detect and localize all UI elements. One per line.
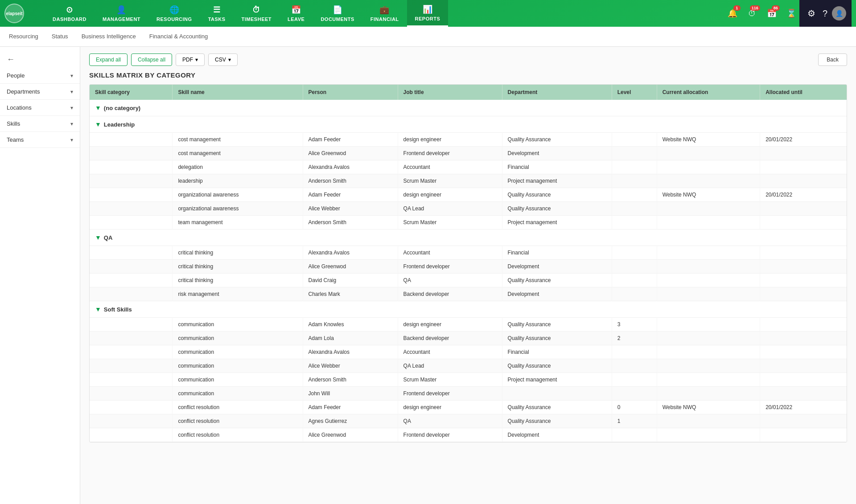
cell-department: Quality Assurance — [502, 274, 612, 287]
nav-documents[interactable]: 📄 DOCUMENTS — [313, 0, 362, 27]
notifications-bell[interactable]: 🔔 1 — [724, 5, 741, 21]
cell-person: Adam Feeder — [303, 133, 398, 147]
nav-reports[interactable]: 📊 REPORTS — [407, 0, 449, 27]
cell-skill-name: cost management — [173, 147, 303, 160]
cell-skill-category — [90, 332, 173, 345]
collapse-icon[interactable]: ▼ — [95, 121, 101, 128]
csv-button[interactable]: CSV ▾ — [208, 53, 238, 66]
cell-skill-category — [90, 216, 173, 229]
cell-current-allocation — [657, 246, 760, 260]
cell-job-title: Frontend developer — [398, 428, 502, 442]
cell-skill-category — [90, 246, 173, 260]
nav-right-icons: 🔔 1 ⏱ 116 📅 86 ⌛ — [724, 5, 799, 21]
cell-department: Project management — [502, 216, 612, 229]
expand-all-button[interactable]: Expand all — [89, 53, 128, 66]
cell-level — [612, 345, 657, 359]
cell-allocated-until — [760, 287, 847, 301]
cell-level — [612, 428, 657, 442]
subnav-resourcing[interactable]: Resourcing — [9, 27, 38, 47]
nav-financial[interactable]: 💼 FINANCIAL — [362, 0, 407, 27]
cell-level — [612, 274, 657, 287]
nav-timesheet[interactable]: ⏱ TIMESHEET — [234, 0, 280, 27]
sidebar-item-teams[interactable]: Teams ▾ — [0, 132, 80, 148]
cell-level — [612, 216, 657, 229]
nav-dashboard[interactable]: ⊙ DASHBOARD — [45, 0, 95, 27]
cell-skill-name: communication — [173, 359, 303, 373]
sidebar-item-locations[interactable]: Locations ▾ — [0, 100, 80, 116]
cell-department: Quality Assurance — [502, 202, 612, 216]
back-button[interactable]: Back — [818, 53, 847, 66]
help-icon[interactable]: ? — [820, 6, 830, 21]
timer-badge-item[interactable]: ⏱ 116 — [744, 5, 760, 21]
cell-person: Adam Lola — [303, 332, 398, 345]
cell-current-allocation — [657, 387, 760, 401]
col-allocated-until: Allocated until — [760, 85, 847, 100]
logo-area[interactable]: elapseit — [4, 4, 40, 23]
resourcing-icon: 🌐 — [169, 5, 180, 15]
gear-icon[interactable]: ⚙ — [805, 5, 818, 21]
cell-department: Project management — [502, 373, 612, 387]
cell-level — [612, 133, 657, 147]
cell-person: Alexandra Avalos — [303, 345, 398, 359]
cell-skill-name: critical thinking — [173, 246, 303, 260]
table-row: organizational awareness Alice Webber QA… — [90, 202, 847, 216]
cell-department: Development — [502, 147, 612, 160]
cell-job-title: design engineer — [398, 133, 502, 147]
cell-skill-category — [90, 287, 173, 301]
collapse-icon[interactable]: ▼ — [95, 306, 101, 313]
cell-department: Quality Assurance — [502, 359, 612, 373]
sidebar-item-departments[interactable]: Departments ▾ — [0, 84, 80, 100]
cell-level: 2 — [612, 332, 657, 345]
pdf-button[interactable]: PDF ▾ — [176, 53, 205, 66]
sidebar-item-people[interactable]: People ▾ — [0, 68, 80, 84]
skills-matrix-table: Skill category Skill name Person Job tit… — [89, 84, 847, 443]
cell-current-allocation — [657, 202, 760, 216]
back-arrow[interactable]: ← — [0, 51, 80, 68]
cell-skill-name: leadership — [173, 174, 303, 188]
cell-current-allocation — [657, 216, 760, 229]
cell-allocated-until — [760, 174, 847, 188]
cell-department: Financial — [502, 160, 612, 174]
nav-management[interactable]: 👤 MANAGEMENT — [95, 0, 148, 27]
nav-tasks[interactable]: ☰ TASKS — [200, 0, 234, 27]
cell-allocated-until — [760, 332, 847, 345]
collapse-all-button[interactable]: Collapse all — [131, 53, 172, 66]
collapse-icon[interactable]: ▼ — [95, 234, 101, 241]
cell-current-allocation — [657, 287, 760, 301]
cell-job-title: Backend developer — [398, 287, 502, 301]
cell-department: Project management — [502, 174, 612, 188]
table-row: critical thinking David Craig QA Quality… — [90, 274, 847, 287]
hourglass-item[interactable]: ⌛ — [783, 5, 799, 21]
user-avatar[interactable]: 👤 — [832, 6, 846, 20]
subnav-financial-accounting[interactable]: Financial & Accounting — [149, 27, 208, 47]
calendar-badge-item[interactable]: 📅 86 — [764, 5, 780, 21]
cell-department: Financial — [502, 345, 612, 359]
cell-skill-name: cost management — [173, 133, 303, 147]
calendar-badge: 86 — [772, 5, 780, 11]
cell-department: Quality Assurance — [502, 401, 612, 414]
cell-skill-name: risk management — [173, 287, 303, 301]
cell-current-allocation — [657, 359, 760, 373]
cell-skill-category — [90, 133, 173, 147]
main-layout: ← People ▾ Departments ▾ Locations ▾ Ski… — [0, 47, 856, 504]
col-skill-category: Skill category — [90, 85, 173, 100]
nav-leave[interactable]: 📅 LEAVE — [280, 0, 313, 27]
financial-icon: 💼 — [379, 5, 390, 15]
table-row: organizational awareness Adam Feeder des… — [90, 188, 847, 202]
subnav-business-intelligence[interactable]: Business Intelligence — [82, 27, 136, 47]
cell-job-title: design engineer — [398, 188, 502, 202]
table-row: communication John Will Frontend develop… — [90, 387, 847, 401]
hourglass-icon: ⌛ — [786, 8, 796, 18]
toolbar-left: Expand all Collapse all PDF ▾ CSV ▾ — [89, 53, 238, 66]
leave-icon: 📅 — [291, 5, 301, 15]
cell-person: Charles Mark — [303, 287, 398, 301]
cell-person: Alice Greenwod — [303, 428, 398, 442]
nav-resourcing[interactable]: 🌐 RESOURCING — [148, 0, 200, 27]
subnav-status[interactable]: Status — [52, 27, 68, 47]
sidebar-item-skills[interactable]: Skills ▾ — [0, 116, 80, 132]
collapse-icon[interactable]: ▼ — [95, 104, 101, 111]
table-row: leadership Anderson Smith Scrum Master P… — [90, 174, 847, 188]
cell-person: Adam Knowles — [303, 318, 398, 332]
table-row: delegation Alexandra Avalos Accountant F… — [90, 160, 847, 174]
cell-current-allocation: Website NWQ — [657, 401, 760, 414]
